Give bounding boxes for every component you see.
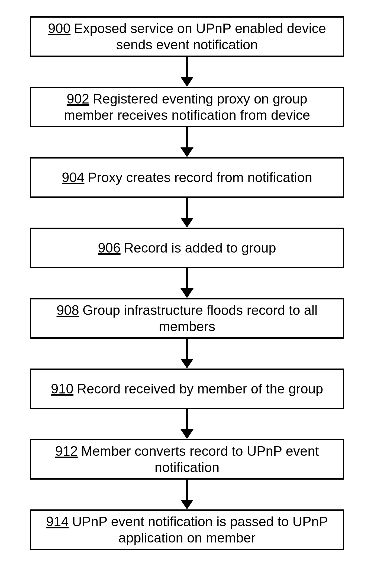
step-text: Group infrastructure floods record to al…: [82, 303, 317, 334]
step-902: 902Registered eventing proxy on group me…: [30, 87, 344, 127]
step-number: 904: [62, 170, 84, 185]
step-906-wrap: 906Record is added to group: [0, 228, 374, 298]
step-content: 904Proxy creates record from notificatio…: [62, 169, 312, 186]
step-number: 914: [46, 514, 69, 529]
step-number: 910: [51, 381, 73, 396]
step-text: Record received by member of the group: [77, 381, 323, 396]
step-content: 906Record is added to group: [98, 240, 276, 256]
step-content: 908Group infrastructure floods record to…: [42, 302, 332, 335]
step-904: 904Proxy creates record from notificatio…: [30, 157, 344, 198]
arrow-icon: [180, 409, 194, 439]
step-910-wrap: 910Record received by member of the grou…: [0, 369, 374, 439]
step-900: 900Exposed service on UPnP enabled devic…: [30, 16, 344, 57]
step-902-wrap: 902Registered eventing proxy on group me…: [0, 87, 374, 157]
step-number: 902: [67, 91, 89, 106]
step-text: Proxy creates record from notification: [88, 170, 312, 185]
step-number: 912: [55, 444, 78, 459]
arrow-icon: [180, 57, 194, 87]
step-912-wrap: 912Member converts record to UPnP event …: [0, 439, 374, 509]
step-906: 906Record is added to group: [30, 228, 344, 268]
step-number: 900: [48, 21, 70, 36]
step-content: 900Exposed service on UPnP enabled devic…: [42, 20, 332, 53]
step-text: Member converts record to UPnP event not…: [81, 444, 319, 475]
step-914: 914UPnP event notification is passed to …: [30, 509, 344, 550]
step-908-wrap: 908Group infrastructure floods record to…: [0, 298, 374, 369]
step-content: 910Record received by member of the grou…: [51, 381, 323, 397]
arrow-icon: [180, 127, 194, 157]
step-number: 908: [56, 303, 79, 318]
arrow-icon: [180, 198, 194, 228]
step-text: UPnP event notification is passed to UPn…: [72, 514, 328, 545]
step-900-wrap: 900Exposed service on UPnP enabled devic…: [0, 16, 374, 87]
step-904-wrap: 904Proxy creates record from notificatio…: [0, 157, 374, 228]
arrow-icon: [180, 268, 194, 298]
flowchart: 900Exposed service on UPnP enabled devic…: [0, 0, 374, 588]
step-912: 912Member converts record to UPnP event …: [30, 439, 344, 480]
step-content: 902Registered eventing proxy on group me…: [42, 91, 332, 123]
arrow-icon: [180, 339, 194, 369]
arrow-icon: [180, 480, 194, 509]
step-content: 912Member converts record to UPnP event …: [42, 443, 332, 476]
step-text: Registered eventing proxy on group membe…: [64, 91, 310, 123]
step-908: 908Group infrastructure floods record to…: [30, 298, 344, 339]
step-914-wrap: 914UPnP event notification is passed to …: [0, 509, 374, 550]
step-910: 910Record received by member of the grou…: [30, 369, 344, 409]
step-content: 914UPnP event notification is passed to …: [42, 513, 332, 546]
step-text: Record is added to group: [124, 240, 276, 256]
step-number: 906: [98, 240, 120, 256]
step-text: Exposed service on UPnP enabled device s…: [74, 21, 326, 52]
